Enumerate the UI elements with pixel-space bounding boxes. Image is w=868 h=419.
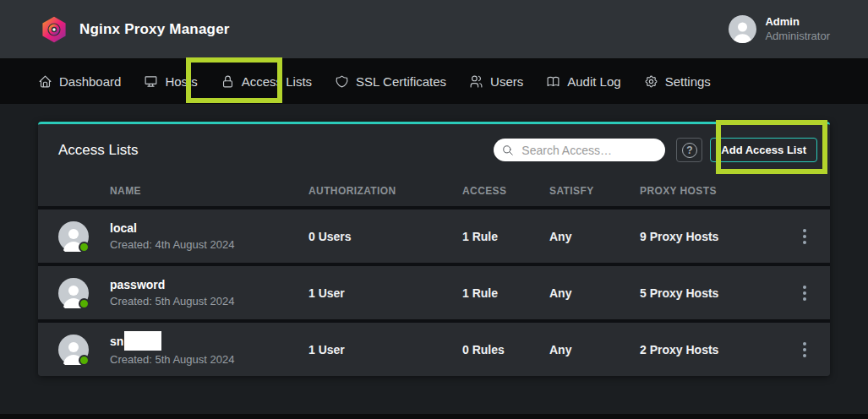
row-menu-button[interactable] — [796, 281, 813, 305]
access-lists-panel: Access Lists ? Add Access List NAME AUTH… — [38, 122, 830, 376]
nav-item-hosts[interactable]: Hosts — [144, 74, 197, 89]
brand-link[interactable]: Nginx Proxy Manager — [41, 15, 230, 44]
nav-label-users: Users — [490, 74, 523, 89]
authorization-cell: 0 Users — [308, 230, 462, 243]
column-header-name: NAME — [110, 185, 308, 197]
gear-icon — [644, 74, 658, 89]
nav-label-access-lists: Access Lists — [242, 74, 312, 89]
content-area: Access Lists ? Add Access List NAME AUTH… — [0, 104, 868, 419]
app-title: Nginx Proxy Manager — [79, 21, 230, 38]
created-date: Created: 5th August 2024 — [110, 295, 308, 307]
satisfy-cell: Any — [549, 230, 640, 243]
help-button[interactable]: ? — [676, 138, 702, 162]
search-input[interactable] — [521, 144, 657, 157]
panel-header: Access Lists ? Add Access List — [38, 124, 830, 176]
satisfy-cell: Any — [549, 286, 640, 300]
nav-label-ssl-certificates: SSL Certificates — [356, 74, 446, 89]
add-access-list-button[interactable]: Add Access List — [710, 138, 817, 162]
main-navigation: Dashboard Hosts Access Lists SSL Certifi… — [0, 58, 868, 104]
nav-item-settings[interactable]: Settings — [644, 74, 711, 89]
person-icon — [729, 18, 756, 43]
shield-icon — [335, 74, 349, 89]
nav-label-settings: Settings — [665, 74, 711, 89]
redaction-box — [124, 331, 161, 351]
user-name: Admin — [765, 15, 830, 30]
app-screen: Nginx Proxy Manager Admin Administrator … — [0, 0, 868, 419]
lock-icon — [221, 74, 235, 89]
table-header-row: NAME AUTHORIZATION ACCESS SATISFY PROXY … — [38, 176, 830, 206]
table-row: local Created: 4th August 2024 0 Users 1… — [38, 206, 830, 263]
authorization-cell: 1 User — [308, 343, 462, 356]
monitor-icon — [144, 74, 158, 89]
page-title: Access Lists — [58, 142, 138, 159]
user-avatar — [729, 15, 756, 43]
nginx-proxy-manager-logo-icon — [41, 15, 68, 44]
nav-item-users[interactable]: Users — [469, 74, 523, 89]
bottom-strip — [0, 414, 868, 419]
table-row: password Created: 5th August 2024 1 User… — [38, 263, 830, 319]
online-status-dot — [79, 242, 90, 253]
column-header-satisfy: SATISFY — [549, 185, 640, 197]
created-date: Created: 5th August 2024 — [110, 353, 308, 366]
access-list-name: password — [110, 278, 165, 292]
online-status-dot — [79, 355, 90, 366]
access-cell: 0 Rules — [462, 343, 549, 356]
proxy-hosts-cell: 2 Proxy Hosts — [640, 343, 794, 356]
book-icon — [546, 74, 560, 89]
column-header-access: ACCESS — [462, 185, 549, 197]
nav-label-hosts: Hosts — [165, 74, 197, 89]
column-header-authorization: AUTHORIZATION — [308, 185, 462, 197]
access-cell: 1 Rule — [462, 230, 549, 243]
authorization-cell: 1 User — [308, 286, 462, 300]
user-role: Administrator — [765, 30, 830, 44]
access-list-name: local — [110, 221, 137, 236]
user-menu[interactable]: Admin Administrator — [729, 15, 830, 44]
row-menu-button[interactable] — [796, 338, 813, 362]
online-status-dot — [79, 298, 90, 309]
access-list-name: sn — [110, 335, 123, 349]
avatar — [58, 278, 89, 308]
help-icon: ? — [682, 143, 697, 158]
search-box — [494, 139, 665, 161]
nav-label-audit-log: Audit Log — [567, 74, 620, 89]
avatar — [58, 335, 89, 365]
proxy-hosts-cell: 5 Proxy Hosts — [640, 286, 794, 300]
top-header-bar: Nginx Proxy Manager Admin Administrator — [0, 0, 868, 58]
home-icon — [38, 74, 52, 89]
nav-label-dashboard: Dashboard — [59, 74, 121, 89]
proxy-hosts-cell: 9 Proxy Hosts — [640, 230, 794, 243]
nav-item-access-lists[interactable]: Access Lists — [221, 74, 312, 89]
nav-item-ssl-certificates[interactable]: SSL Certificates — [335, 74, 446, 89]
nav-item-audit-log[interactable]: Audit Log — [546, 74, 620, 89]
nav-item-dashboard[interactable]: Dashboard — [38, 74, 121, 89]
users-icon — [469, 74, 483, 89]
access-cell: 1 Rule — [462, 286, 549, 300]
avatar — [58, 221, 89, 252]
row-menu-button[interactable] — [796, 225, 813, 248]
search-icon — [502, 144, 514, 156]
satisfy-cell: Any — [549, 343, 640, 356]
table-row: sn Created: 5th August 2024 1 User 0 Rul… — [38, 319, 830, 376]
column-header-proxy-hosts: PROXY HOSTS — [640, 185, 794, 197]
created-date: Created: 4th August 2024 — [110, 238, 308, 251]
